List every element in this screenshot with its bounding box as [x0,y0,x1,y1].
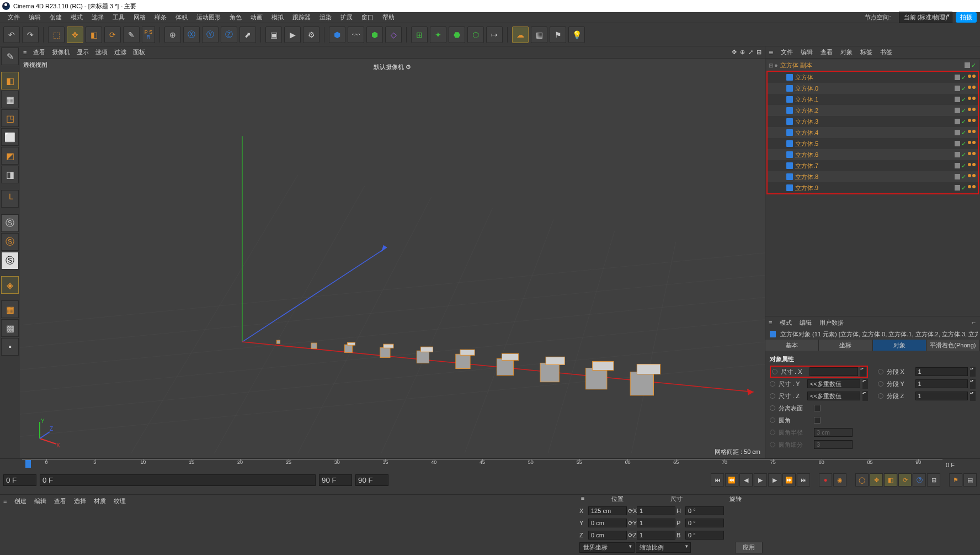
menu-volume[interactable]: 体积 [171,12,192,23]
object-name[interactable]: 立方体.8 [795,173,818,181]
tree-row[interactable]: 立方体.4 ✓ [768,127,978,138]
layer-tag-icon[interactable] [955,75,960,80]
render-view-button[interactable]: ▣ [265,27,282,43]
add-generator-button[interactable]: ⬢ [366,27,383,43]
tree-row[interactable]: 立方体.7 ✓ [768,160,978,171]
pos-z-input[interactable] [588,531,627,540]
layer-tag-icon[interactable] [955,86,960,91]
phong-tag2-icon[interactable] [972,75,976,78]
phong-tag2-icon[interactable] [972,108,976,111]
menu-tracker[interactable]: 跟踪器 [288,12,315,23]
phong-tag2-icon[interactable] [972,86,976,89]
key-pos-button[interactable]: ✥ [870,473,883,487]
enable-tag-icon[interactable]: ✓ [971,62,977,68]
poly-mode-button[interactable]: ◨ [1,166,19,183]
add-tag-button[interactable]: ↦ [486,27,503,43]
tree-row[interactable]: 立方体.1 ✓ [768,94,978,105]
rot-h-input[interactable] [685,506,724,515]
current-frame-input[interactable] [40,474,316,486]
mat-menu-material[interactable]: 材质 [94,497,106,505]
spinner-icon[interactable]: ▴▾ [862,379,868,389]
point-mode-button[interactable]: ⬜ [1,128,19,146]
phong-tag-icon[interactable] [968,141,971,144]
phong-tag-icon[interactable] [968,130,971,133]
next-frame-button[interactable]: ▶ [768,473,781,487]
pos-x-input[interactable] [588,506,627,515]
key-pla-button[interactable]: ⊞ [927,473,940,487]
viewport-nav1-icon[interactable]: ✥ [732,49,737,56]
enable-tag-icon[interactable]: ✓ [961,75,967,80]
enable-tag-icon[interactable]: ✓ [961,174,967,179]
keyframe-dot-icon[interactable] [878,393,883,399]
menu-file[interactable]: 文件 [3,12,24,23]
tree-row[interactable]: 立方体.2 ✓ [768,105,978,116]
key-param-button[interactable]: Ⓟ [913,473,926,487]
phong-tag2-icon[interactable] [972,163,976,166]
record-button[interactable]: ● [819,473,832,487]
expand-icon[interactable]: ⊟ [768,62,774,68]
x-axis-button[interactable]: Ⓧ [183,27,200,43]
attr-menu-userdata[interactable]: 用户数据 [819,319,844,327]
keyframe-dot-icon[interactable] [772,369,777,374]
node-space-dropdown[interactable]: 当前 (标准/物理) [899,12,952,23]
menu-animate[interactable]: 动画 [246,12,267,23]
menu-spline[interactable]: 样条 [150,12,171,23]
phong-tag-icon[interactable] [968,152,971,155]
phong-tag-icon[interactable] [968,86,971,89]
make-editable-button[interactable]: ✎ [1,47,19,65]
viewport-menu-camera[interactable]: 摄像机 [52,48,70,56]
phong-tag-icon[interactable] [968,174,971,177]
phong-tag2-icon[interactable] [972,119,976,122]
size-y-input[interactable] [807,379,860,388]
snap3-button[interactable]: Ⓢ [1,252,19,269]
timeline-ruler[interactable]: 051015202530354045505560657075808590 0 F [0,459,980,471]
viewport-nav2-icon[interactable]: ⊕ [740,49,745,56]
goto-end-button[interactable]: ⏭ [797,473,810,487]
range-end2-input[interactable] [355,474,388,486]
enable-tag-icon[interactable]: ✓ [961,86,967,91]
attr-back-icon[interactable]: ← [971,319,977,326]
range-start-input[interactable] [3,474,36,486]
tree-row[interactable]: 立方体 ✓ [768,72,978,83]
enable-tag-icon[interactable]: ✓ [961,152,967,157]
layer-tag-icon[interactable] [955,97,960,102]
menu-simulate[interactable]: 模拟 [267,12,288,23]
layer-tag-icon[interactable] [955,141,960,146]
layer-tag-icon[interactable] [955,119,960,124]
add-cube-button[interactable]: ⬢ [329,27,345,43]
separate-checkbox[interactable] [814,405,821,411]
om-tab-tags[interactable]: 标签 [860,48,872,56]
model-mode-button[interactable]: ◧ [1,72,19,89]
menu-extensions[interactable]: 扩展 [336,12,357,23]
layer-tag-icon[interactable] [955,185,960,191]
object-name[interactable]: 立方体.6 [795,151,818,159]
viewport-nav3-icon[interactable]: ⤢ [748,49,753,56]
object-name[interactable]: 立方体 副本 [780,61,812,70]
viewport-hamburger-icon[interactable]: ≡ [23,49,26,56]
keyframe-dot-icon[interactable] [770,393,775,399]
object-name[interactable]: 立方体.4 [795,129,818,137]
phong-tag2-icon[interactable] [972,152,976,155]
locked-dialog[interactable]: ⊕ [164,27,181,43]
tree-row[interactable]: 立方体.0 ✓ [768,83,978,94]
coord-system-dropdown[interactable]: 世界坐标 [579,542,635,553]
phong-tag2-icon[interactable] [972,97,976,100]
tree-row[interactable]: 立方体.3 ✓ [768,116,978,127]
menu-select[interactable]: 选择 [87,12,108,23]
add-spline-button[interactable]: 〰 [348,27,364,43]
workplane-button[interactable]: ◳ [1,109,19,127]
size-z-input[interactable] [807,392,860,400]
keyframe-dot-icon[interactable] [770,417,775,423]
z-axis-button[interactable]: Ⓩ [221,27,237,43]
workplane-mode-button[interactable]: ◈ [1,276,19,294]
menu-mesh[interactable]: 网格 [129,12,150,23]
add-field-button[interactable]: ⊞ [411,27,428,43]
seg-y-input[interactable] [915,379,968,388]
size-z-input[interactable] [637,531,675,540]
menu-edit[interactable]: 编辑 [24,12,45,23]
render-region-button[interactable]: ▶ [284,27,301,43]
keyframe-dot-icon[interactable] [770,381,775,387]
spinner-icon[interactable]: ▴▾ [970,379,976,389]
enable-tag-icon[interactable]: ✓ [961,141,967,146]
object-name[interactable]: 立方体.5 [795,140,818,148]
